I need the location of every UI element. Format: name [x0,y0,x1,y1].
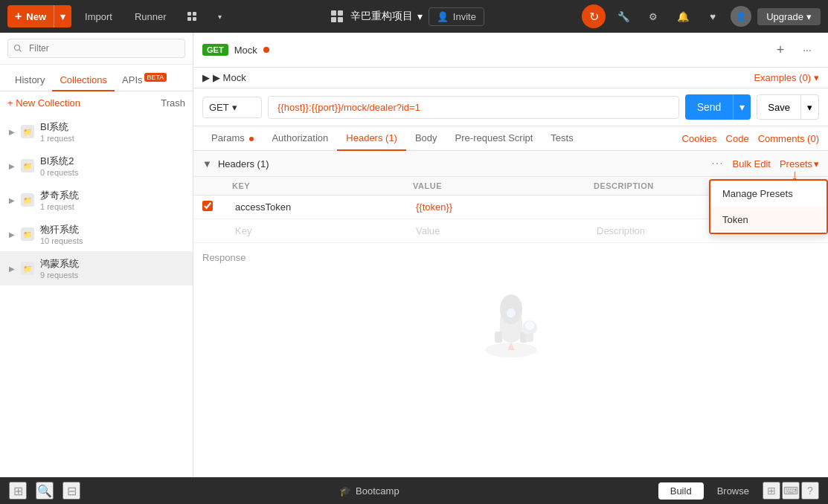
new-button-arrow[interactable]: ▾ [54,5,71,28]
row-value-cell[interactable]: {{token}} [413,200,594,214]
bootcamp-section[interactable]: 🎓 Bootcamp [92,485,646,497]
request-bar-icons: + ··· [771,39,819,61]
sidebar-filter-input[interactable] [7,39,185,58]
new-button[interactable]: + New ▾ [7,5,71,28]
collection-info: BI系统2 0 requests [40,155,184,177]
tab-collections[interactable]: Collections [52,70,115,91]
trash-button[interactable]: Trash [161,97,185,109]
main-layout: History Collections APIsBETA + New Colle… [0,33,828,477]
more-options-button[interactable]: ··· [795,39,819,61]
send-button-arrow[interactable]: ▾ [733,94,751,120]
empty-value-cell[interactable]: Value [413,224,594,238]
layout-icon-button-bottom[interactable]: ⊞ [9,482,27,500]
collection-item-mengqi[interactable]: ▶ 📁 梦奇系统 1 request [0,183,193,217]
three-dots[interactable]: ··· [711,157,723,170]
sync-icon[interactable]: ↻ [582,4,606,28]
tab-body[interactable]: Body [406,126,446,151]
presets-chevron: ▾ [814,158,819,169]
layout-toggle-arrow[interactable]: ▾ [208,5,232,28]
expand-icon[interactable]: ▼ [202,158,212,169]
collection-icon: 📁 [21,227,34,241]
sidebar-tabs: History Collections APIsBETA [0,65,193,91]
sidebar-actions: + New Collection Trash [0,91,193,114]
collection-item-hongmeng[interactable]: ▶ 📁 鸿蒙系统 9 requests [0,251,193,285]
dropdown-arrow-indicator: ↓ [791,167,798,182]
send-button[interactable]: Send ▾ [685,94,751,120]
layout-split-icon[interactable]: ⊞ [763,482,780,500]
sidebar-search-area [0,33,193,65]
collection-info: 狍犴系统 10 requests [40,223,184,245]
params-dot [249,137,254,141]
runner-button[interactable]: Runner [126,5,176,28]
bootcamp-label: Bootcamp [356,485,399,497]
console-icon-button-bottom[interactable]: ⊟ [62,482,80,500]
new-collection-button[interactable]: + New Collection [7,97,80,109]
search-icon-button-bottom[interactable]: 🔍 [36,482,54,500]
dropdown-item-token[interactable]: Token [710,207,827,233]
headers-section: ▼ Headers (1) ··· Bulk Edit Presets ▾ KE… [193,151,828,477]
wrench-icon-button[interactable]: 🔧 [612,5,635,28]
collection-item-paigan[interactable]: ▶ 📁 狍犴系统 10 requests [0,217,193,251]
build-tab[interactable]: Build [658,482,704,500]
cookies-link[interactable]: Cookies [682,133,717,144]
chevron-right-icon: ▶ [9,128,15,136]
response-label: Response [202,252,246,263]
add-tab-button[interactable]: + [771,39,789,61]
svg-rect-1 [193,12,196,16]
breadcrumb[interactable]: ▶ ▶ Mock [202,72,246,83]
tab-headers[interactable]: Headers (1) [337,126,406,151]
settings-icon-button[interactable]: ⚙ [641,5,665,28]
avatar[interactable]: 👤 [731,6,751,27]
row-checkbox[interactable] [202,201,213,211]
svg-rect-4 [331,10,336,16]
examples-link[interactable]: Examples (0) ▾ [754,72,819,83]
request-method-tag: GET [202,44,228,56]
layout-icon-button[interactable] [180,5,204,28]
response-section: Response [193,243,828,272]
svg-point-18 [525,321,534,330]
invite-button[interactable]: 👤 Invite [429,7,484,26]
row-key-cell[interactable]: accessToken [232,200,413,214]
tab-params[interactable]: Params [202,126,263,151]
import-button[interactable]: Import [76,5,121,28]
collection-item-bi[interactable]: ▶ 📁 BI系统 1 request [0,114,193,149]
tab-tests[interactable]: Tests [542,126,582,151]
svg-line-9 [19,50,22,52]
svg-rect-0 [187,12,191,16]
upgrade-button[interactable]: Upgrade ▾ [757,8,821,25]
upgrade-chevron: ▾ [806,11,812,22]
workspace-name-button[interactable]: 辛巴重构项目 ▾ [350,10,423,23]
collection-icon: 📁 [21,193,34,207]
tab-authorization[interactable]: Authorization [263,126,337,151]
bell-icon-button[interactable]: 🔔 [671,5,695,28]
workspace-center: 辛巴重构项目 ▾ 👤 Invite [237,7,578,26]
heart-icon-button[interactable]: ♥ [701,5,725,28]
url-input[interactable] [268,96,679,119]
save-button[interactable]: Save ▾ [757,94,819,120]
svg-rect-3 [193,17,196,21]
tab-right-actions: Cookies Code Comments (0) [682,133,819,144]
dropdown-item-manage-presets[interactable]: Manage Presets [710,181,827,207]
empty-key-cell[interactable]: Key [232,224,413,238]
chevron-right-icon: ▶ [9,162,15,170]
collection-item-bi2[interactable]: ▶ 📁 BI系统2 0 requests [0,149,193,183]
tab-pre-request[interactable]: Pre-request Script [446,126,542,151]
comments-link[interactable]: Comments (0) [758,133,819,144]
tab-apis[interactable]: APIsBETA [115,69,174,91]
method-select[interactable]: GET ▾ [202,97,262,118]
keyboard-icon[interactable]: ⌨ [782,482,800,500]
row-checkbox-cell [202,201,232,213]
bulk-edit-button[interactable]: Bulk Edit [733,158,771,169]
request-tabs: Params Authorization Headers (1) Body Pr… [193,126,828,151]
code-link[interactable]: Code [726,133,749,144]
svg-rect-19 [526,333,533,342]
nav-right: ↻ 🔧 ⚙ 🔔 ♥ 👤 Upgrade ▾ [582,4,821,28]
browse-tab[interactable]: Browse [705,482,761,500]
bootcamp-icon: 🎓 [339,485,351,497]
save-button-arrow[interactable]: ▾ [800,95,818,119]
help-icon[interactable]: ? [801,482,819,500]
rocket-illustration [466,287,556,361]
new-button-label: New [26,11,46,22]
presets-button[interactable]: Presets ▾ [780,158,819,169]
tab-history[interactable]: History [7,70,52,91]
